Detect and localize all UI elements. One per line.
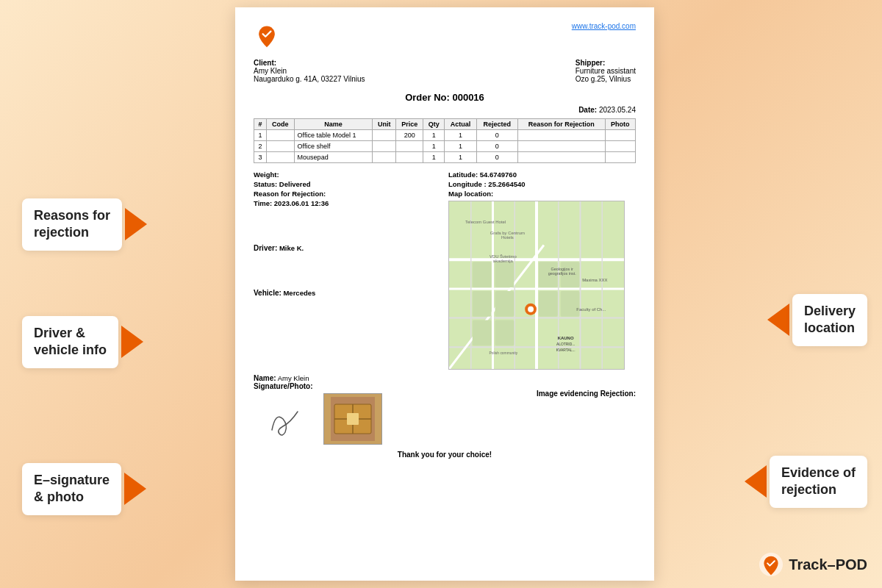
callout-reasons-arrow [125,208,147,240]
shipper-label: Shipper: [576,59,636,67]
thank-you: Thank you for your choice! [254,451,636,459]
shipper-name: Furniture assistant [576,67,636,75]
doc-header: www.track-pod.com [254,22,636,51]
svg-text:Maxima XXX: Maxima XXX [582,278,607,282]
table-row: 3 Mousepad 1 1 0 [254,152,636,163]
vehicle-section: Vehicle: Mercedes [254,289,441,297]
svg-text:KVARTAL...: KVARTAL... [556,348,576,352]
svg-text:KAUNO: KAUNO [558,336,574,340]
callout-delivery-arrow [767,304,789,336]
col-reason: Reason for Rejection [517,119,605,130]
status-value: Delivered [279,180,311,188]
client-block: Client: Amy Klein Naugarduko g. 41A, 032… [254,59,365,83]
brand-name: Track–POD [789,556,867,573]
lat-value: 54.6749760 [480,171,517,179]
weight-label: Weight: [254,171,279,179]
col-rejected: Rejected [476,119,517,130]
callout-driver: Driver &vehicle info [22,316,143,368]
callout-esig: E–signature& photo [22,463,146,515]
shipper-block: Shipper: Furniture assistant Ozo g.25, V… [576,59,636,83]
client-label: Client: [254,59,365,67]
svg-point-38 [528,306,534,312]
vehicle-value: Mercedes [283,289,315,297]
callout-driver-arrow [121,326,143,358]
driver-section: Driver: Mike K. [254,244,441,252]
svg-rect-44 [347,413,359,425]
delivery-info: Weight: Status: Delivered Reason for Rej… [254,171,636,370]
order-title: Order No: 000016 [254,92,636,103]
map-label: Map location: [448,190,493,198]
svg-text:Telecom Guest Hotel: Telecom Guest Hotel [465,220,506,224]
col-name: Name [294,119,373,130]
sig-name-label: Name: [254,374,276,382]
svg-rect-17 [495,291,514,317]
callout-esig-label: E–signature& photo [22,463,121,515]
svg-rect-15 [495,262,514,287]
svg-text:ALOTRID...: ALOTRID... [556,343,576,346]
website-link[interactable]: www.track-pod.com [572,22,636,30]
callout-evidence-arrow [745,465,767,498]
rejection-label: Reason for Rejection: [254,190,326,198]
vehicle-label: Vehicle: [254,289,282,297]
table-row: 1 Office table Model 1 200 1 1 0 [254,130,636,141]
map-container: VDU Švietimo akademija Geologijos ir geo… [448,201,625,370]
svg-text:Faculty of Ch...: Faculty of Ch... [576,307,606,312]
brand-footer: Track–POD [759,553,867,576]
callout-delivery-label: Deliverylocation [792,294,867,346]
sig-name-value: Amy Klein [278,374,309,382]
logo [254,22,280,51]
date-label: Date: [578,106,597,114]
svg-rect-21 [561,291,580,317]
col-code: Code [266,119,294,130]
callout-reasons-label: Reasons forrejection [22,198,122,251]
signature-box [254,393,312,445]
callout-evidence: Evidence ofrejection [745,456,867,508]
delivery-left: Weight: Status: Delivered Reason for Rej… [254,171,441,370]
svg-text:akademija: akademija [493,259,514,263]
col-photo: Photo [605,119,635,130]
svg-rect-22 [473,320,492,346]
svg-rect-16 [473,291,492,317]
sig-row [254,393,382,445]
col-qty: Qty [423,119,445,130]
callout-delivery: Deliverylocation [767,294,867,346]
order-date-value: 2023.05.24 [599,106,636,114]
callout-driver-label: Driver &vehicle info [22,316,118,368]
svg-text:geografijos inst.: geografijos inst. [548,271,577,276]
col-unit: Unit [373,119,396,130]
status-label: Status: [254,180,277,188]
svg-text:Polish community: Polish community [490,351,518,355]
callout-esig-arrow [124,473,146,505]
col-price: Price [396,119,423,130]
lon-label: Longitude : [448,180,487,188]
driver-label: Driver: [254,244,277,252]
col-num: # [254,119,267,130]
callout-evidence-label: Evidence ofrejection [770,456,867,508]
time-label: Time: [254,199,272,207]
col-actual: Actual [445,119,477,130]
client-shipper-section: Client: Amy Klein Naugarduko g. 41A, 032… [254,59,636,83]
time-value: 2023.06.01 12:36 [274,199,329,207]
lat-label: Latitude: [448,171,478,179]
callout-reasons: Reasons forrejection [22,198,147,251]
package-photo [323,393,382,445]
svg-rect-23 [495,320,514,346]
svg-rect-14 [473,262,492,287]
signature-section: Name: Amy Klein Signature/Photo: [254,374,636,445]
client-name: Amy Klein [254,67,365,75]
shipper-address: Ozo g.25, Vilnius [576,75,636,83]
order-date: Date: 2023.05.24 [254,106,636,114]
client-address: Naugarduko g. 41A, 03227 Vilnius [254,75,365,83]
document: www.track-pod.com Client: Amy Klein Naug… [235,7,654,581]
svg-text:Hotels: Hotels [501,235,514,240]
rejection-img-label: Image evidencing Rejection: [537,390,636,398]
delivery-right: Latitude: 54.6749760 Longitude : 25.2664… [448,171,636,370]
lon-value: 25.2664540 [488,180,525,188]
items-table: # Code Name Unit Price Qty Actual Reject… [254,118,636,163]
driver-name: Mike K. [279,244,304,252]
svg-rect-20 [539,291,558,317]
table-row: 2 Office shelf 1 1 0 [254,141,636,152]
sig-label: Signature/Photo: [254,382,382,390]
